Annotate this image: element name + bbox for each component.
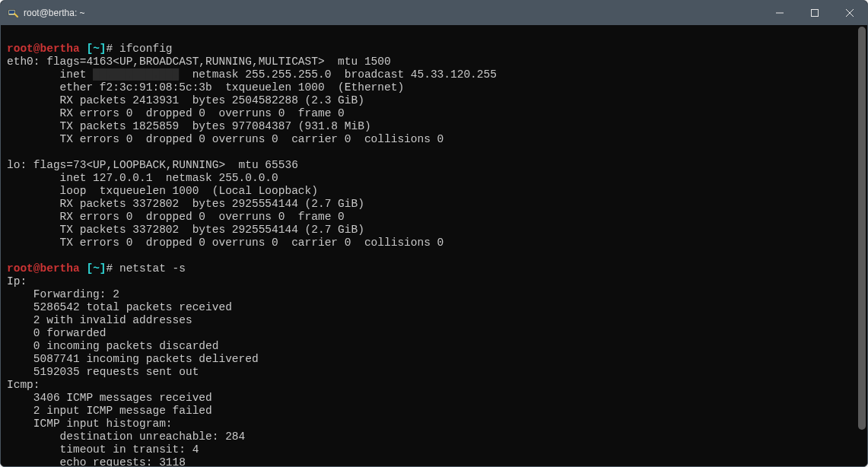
- output-line: RX packets 3372802 bytes 2925554144 (2.7…: [7, 198, 364, 210]
- prompt: root@bertha [~]#: [7, 43, 119, 55]
- output-line: 5286542 total packets received: [7, 301, 232, 313]
- output-line: Forwarding: 2: [7, 288, 119, 300]
- output-line: ether f2:3c:91:08:5c:3b txqueuelen 1000 …: [7, 81, 404, 94]
- minimize-button[interactable]: [762, 1, 797, 25]
- command-ifconfig: ifconfig: [119, 43, 173, 55]
- output-line: RX packets 2413931 bytes 2504582288 (2.3…: [7, 94, 364, 106]
- output-line: lo: flags=73<UP,LOOPBACK,RUNNING> mtu 65…: [7, 159, 298, 171]
- output-line: RX errors 0 dropped 0 overruns 0 frame 0: [7, 211, 345, 223]
- output-line: eth0: flags=4163<UP,BROADCAST,RUNNING,MU…: [7, 56, 391, 68]
- output-line: Icmp:: [7, 379, 40, 391]
- svg-rect-1: [9, 11, 14, 14]
- output-line: RX errors 0 dropped 0 overruns 0 frame 0: [7, 107, 345, 119]
- scrollbar-thumb[interactable]: [858, 27, 866, 430]
- output-line: loop txqueuelen 1000 (Local Loopback): [7, 185, 318, 197]
- output-line: 5192035 requests sent out: [7, 366, 199, 378]
- output-line: 5087741 incoming packets delivered: [7, 353, 259, 365]
- maximize-button[interactable]: [797, 1, 832, 25]
- prompt: root@bertha [~]#: [7, 262, 119, 275]
- terminal-window: root@bertha: ~ root@bertha [~]# ifconfig…: [0, 0, 868, 467]
- output-line: 0 incoming packets discarded: [7, 340, 218, 352]
- output-line: destination unreachable: 284: [7, 430, 245, 443]
- output-line: TX packets 1825859 bytes 977084387 (931.…: [7, 120, 371, 132]
- output-line: netmask 255.255.255.0 broadcast 45.33.12…: [179, 68, 497, 81]
- output-line: inet 127.0.0.1 netmask 255.0.0.0: [7, 172, 278, 184]
- svg-rect-2: [812, 10, 819, 17]
- output-line: TX errors 0 dropped 0 overruns 0 carrier…: [7, 237, 444, 249]
- output-line: TX packets 3372802 bytes 2925554144 (2.7…: [7, 224, 364, 236]
- output-line: ICMP input histogram:: [7, 418, 173, 430]
- titlebar[interactable]: root@bertha: ~: [1, 1, 867, 25]
- output-line: 2 input ICMP message failed: [7, 405, 212, 417]
- scrollbar-track[interactable]: [858, 27, 866, 465]
- redacted-ip: ██.██.███.███: [93, 68, 179, 81]
- output-line: echo requests: 3118: [7, 456, 186, 466]
- window-title: root@bertha: ~: [24, 8, 85, 18]
- output-line: 0 forwarded: [7, 327, 107, 339]
- command-netstat: netstat -s: [119, 262, 186, 275]
- output-line: inet: [7, 68, 93, 81]
- close-button[interactable]: [832, 1, 867, 25]
- output-line: timeout in transit: 4: [7, 443, 199, 456]
- output-line: 3406 ICMP messages received: [7, 392, 212, 404]
- output-line: Ip:: [7, 275, 27, 288]
- output-line: TX errors 0 dropped 0 overruns 0 carrier…: [7, 133, 444, 145]
- terminal-body[interactable]: root@bertha [~]# ifconfig eth0: flags=41…: [1, 25, 867, 466]
- output-line: 2 with invalid addresses: [7, 314, 192, 326]
- putty-icon: [7, 7, 19, 19]
